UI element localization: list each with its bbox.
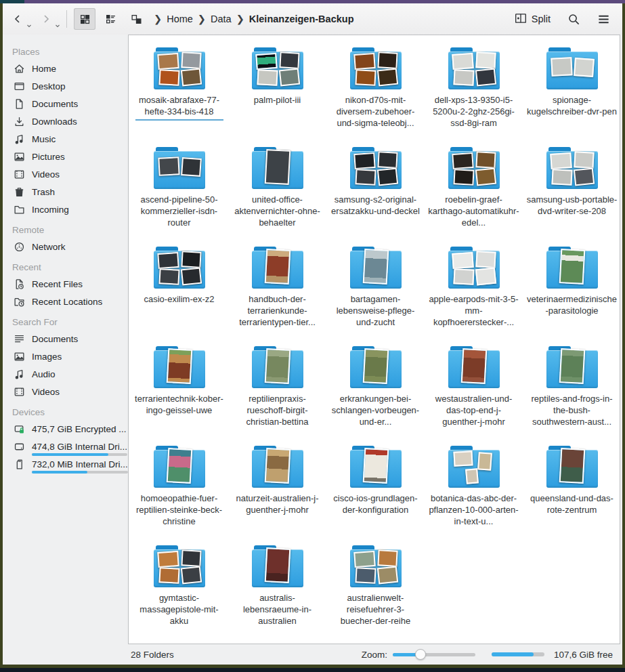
thumbnail-preview — [353, 152, 376, 169]
breadcrumb-home[interactable]: Home — [167, 14, 193, 24]
sidebar-item-incoming[interactable]: Incoming — [3, 201, 128, 218]
thumbnail-preview — [377, 549, 397, 566]
sidebar-section-title: Recent — [3, 255, 128, 275]
folder-item[interactable]: westaustralien-und-das-top-end-j-guenthe… — [425, 342, 523, 442]
folder-item[interactable]: reptiles-and-frogs-in-the-bush-southwest… — [523, 342, 620, 442]
folder-item[interactable]: apple-earpods-mit-3-5-mm-kopfhoerersteck… — [425, 243, 523, 342]
sidebar-item-downloads[interactable]: Downloads — [3, 112, 128, 130]
back-button[interactable] — [9, 8, 31, 30]
folder-icon — [350, 446, 402, 488]
folder-item[interactable]: reptilienpraxis-rueschoff-birgit-christi… — [228, 342, 326, 442]
search-button[interactable] — [563, 8, 584, 30]
folder-item[interactable]: casio-exilim-ex-z2 — [130, 243, 228, 342]
icons-view-button[interactable] — [74, 8, 95, 30]
sidebar-item-network[interactable]: Network — [3, 238, 128, 255]
thumbnail-preview — [377, 51, 397, 68]
sidebar-item-documents[interactable]: Documents — [3, 330, 128, 348]
folder-item[interactable]: erkrankungen-bei-schlangen-vorbeugen-und… — [326, 342, 425, 442]
sidebar-item-label: Music — [32, 134, 56, 144]
thumbnail-preview — [452, 252, 474, 269]
folder-name: ascend-pipeline-50-kommerzieller-isdn-ro… — [133, 194, 225, 228]
folder-item[interactable]: queensland-und-das-rote-zentrum — [523, 442, 620, 541]
sidebar-item-videos[interactable]: Videos — [3, 165, 128, 183]
tree-view-button[interactable] — [125, 8, 147, 30]
sidebar-item-desktop[interactable]: Desktop — [3, 77, 128, 95]
folder-item[interactable]: cisco-ios-grundlagen-der-konfiguration — [326, 442, 425, 541]
folder-name: reptilienpraxis-rueschoff-birgit-christi… — [232, 393, 324, 427]
folder-item[interactable]: palm-pilot-iii — [228, 43, 326, 143]
folder-item[interactable]: nikon-d70s-mit-diversem-zubehoer-und-sig… — [326, 43, 425, 143]
folder-item[interactable]: mosaik-abrafaxe-77-hefte-334-bis-418 — [130, 43, 228, 143]
folder-icon — [546, 47, 598, 89]
folder-item[interactable]: veterinaermedizinische-parasitologie — [523, 243, 620, 342]
folder-item[interactable]: botanica-das-abc-der-pflanzen-10-000-art… — [425, 442, 523, 541]
thumbnail-preview — [157, 551, 179, 568]
sidebar-item-audio[interactable]: Audio — [3, 365, 128, 383]
folder-item[interactable]: terrarientechnik-kober-ingo-geissel-uwe — [130, 342, 228, 442]
folder-icon — [448, 446, 500, 488]
sidebar-item-home[interactable]: Home — [3, 60, 128, 77]
folder-item[interactable]: homoeopathie-fuer-reptilien-steinke-beck… — [130, 442, 228, 541]
hamburger-menu-icon — [597, 13, 610, 26]
folder-item[interactable]: roebelin-graef-karthago-automatikuhr-ede… — [425, 143, 523, 243]
folder-item[interactable]: handbuch-der-terrarienkunde-terrarientyp… — [228, 243, 326, 342]
sidebar-item-videos[interactable]: Videos — [3, 383, 128, 400]
thumbnail-preview — [362, 448, 389, 484]
folder-item[interactable]: naturzeit-australien-j-guenther-j-mohr — [228, 442, 326, 541]
thumbnail-preview — [574, 58, 595, 77]
folder-icon — [448, 247, 500, 289]
details-view-icon — [105, 14, 116, 25]
folder-name: terrarientechnik-kober-ingo-geissel-uwe — [133, 393, 225, 416]
folder-item[interactable]: bartagamen-lebensweise-pflege-und-zucht — [326, 243, 425, 342]
sidebar-item-recent-locations[interactable]: Recent Locations — [3, 293, 128, 310]
folder-item[interactable]: united-office-aktenvernichter-ohne-behae… — [228, 143, 326, 243]
split-button[interactable]: Split — [511, 9, 555, 29]
split-button-label: Split — [532, 14, 551, 24]
thumbnail-preview — [376, 566, 397, 585]
sidebar-item-trash[interactable]: Trash — [3, 183, 128, 201]
folder-item[interactable]: samsung-s2-original-ersatzakku-und-decke… — [326, 143, 425, 243]
sidebar-item-images[interactable]: Images — [3, 348, 128, 365]
thumbnail-preview — [181, 549, 201, 566]
folder-icon — [14, 204, 25, 215]
thumbnail-preview — [453, 450, 473, 466]
sidebar-item-label: Desktop — [32, 81, 66, 91]
thumbnail-preview — [264, 547, 290, 583]
folder-view[interactable]: mosaik-abrafaxe-77-hefte-334-bis-418palm… — [128, 35, 620, 644]
breadcrumb-data[interactable]: Data — [211, 14, 232, 24]
sidebar-item-music[interactable]: Music — [3, 130, 128, 148]
breadcrumb-current[interactable]: Kleinanzeigen-Backup — [249, 14, 354, 24]
thumbnail-preview — [255, 53, 278, 70]
folder-icon — [350, 47, 402, 89]
folder-item[interactable]: spionage-kugelschreiber-dvr-pen — [523, 43, 620, 143]
folder-name: westaustralien-und-das-top-end-j-guenthe… — [428, 393, 520, 427]
folder-icon — [154, 545, 205, 587]
thumbnail-preview — [475, 51, 496, 68]
sidebar-item-475-7-gib-encrypted-[interactable]: 475,7 GiB Encrypted ... — [3, 420, 128, 438]
sidebar-item-474-8-gib-internal-dri-[interactable]: 474,8 GiB Internal Dri... — [3, 438, 128, 455]
sidebar-item-732-0-mib-internal-dri-[interactable]: 732,0 MiB Internal Dri... — [3, 455, 128, 473]
music-icon — [14, 369, 25, 380]
thumbnail-preview — [475, 168, 496, 186]
thumbnail-preview — [264, 149, 290, 185]
sidebar-item-label: Audio — [32, 369, 56, 379]
thumbnail-preview — [362, 348, 389, 384]
details-view-button[interactable] — [100, 8, 121, 30]
folder-item[interactable]: australis-lebensraeume-in-australien — [228, 541, 326, 641]
sidebar-item-recent-files[interactable]: Recent Files — [3, 275, 128, 293]
folder-name: homoeopathie-fuer-reptilien-steinke-beck… — [133, 492, 225, 527]
folder-item[interactable]: dell-xps-13-9350-i5-5200u-2-2ghz-256gi-s… — [425, 43, 523, 143]
sidebar-item-pictures[interactable]: Pictures — [3, 148, 128, 165]
zoom-slider-handle[interactable] — [415, 649, 426, 660]
trash-icon — [14, 186, 25, 198]
folder-name: united-office-aktenvernichter-ohne-behae… — [232, 194, 324, 228]
folder-item[interactable]: australienwelt-reisefuehrer-3-buecher-de… — [326, 541, 425, 641]
thumbnail-preview — [559, 249, 585, 285]
zoom-slider[interactable] — [393, 649, 475, 660]
folder-item[interactable]: gymtastic-massagepistole-mit-akku — [130, 541, 228, 641]
hamburger-menu-button[interactable] — [592, 8, 614, 30]
folder-item[interactable]: samsung-usb-portable-dvd-writer-se-208 — [523, 143, 620, 243]
folder-item[interactable]: ascend-pipeline-50-kommerzieller-isdn-ro… — [130, 143, 228, 243]
sidebar-item-documents[interactable]: Documents — [3, 95, 128, 112]
forward-button[interactable] — [38, 8, 60, 30]
